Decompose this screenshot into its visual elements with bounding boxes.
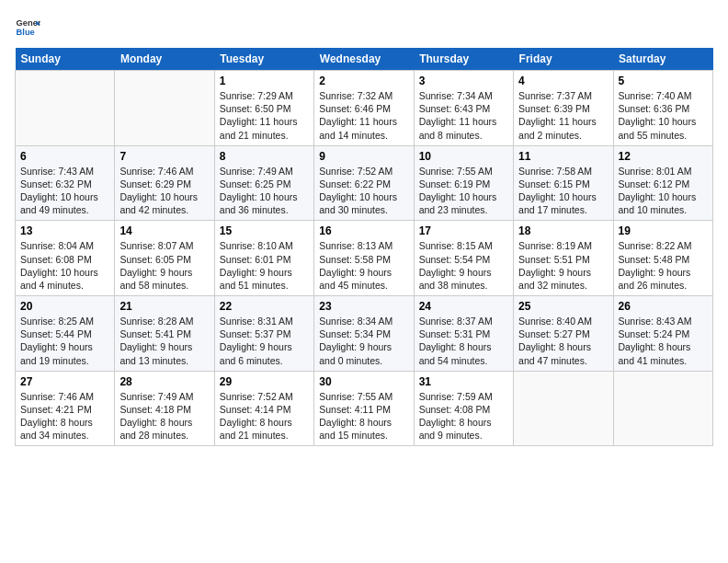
calendar-cell: 11Sunrise: 7:58 AM Sunset: 6:15 PM Dayli…	[514, 145, 613, 221]
calendar-cell: 30Sunrise: 7:55 AM Sunset: 4:11 PM Dayli…	[314, 371, 414, 446]
day-number: 14	[119, 224, 209, 237]
day-content: Sunrise: 7:34 AM Sunset: 6:43 PM Dayligh…	[419, 89, 508, 142]
day-number: 28	[119, 375, 209, 388]
day-number: 8	[220, 150, 309, 163]
day-content: Sunrise: 7:43 AM Sunset: 6:32 PM Dayligh…	[20, 165, 109, 217]
day-content: Sunrise: 8:40 AM Sunset: 5:27 PM Dayligh…	[518, 315, 608, 367]
day-number: 20	[20, 300, 109, 313]
day-number: 30	[319, 375, 408, 388]
day-content: Sunrise: 7:49 AM Sunset: 4:18 PM Dayligh…	[119, 390, 209, 442]
day-number: 10	[419, 150, 508, 163]
calendar-cell: 19Sunrise: 8:22 AM Sunset: 5:48 PM Dayli…	[613, 221, 712, 296]
weekday-header-sunday: Sunday	[16, 48, 115, 71]
day-content: Sunrise: 8:04 AM Sunset: 6:08 PM Dayligh…	[20, 239, 109, 292]
weekday-header-friday: Friday	[514, 48, 613, 71]
day-number: 23	[319, 300, 408, 313]
calendar-cell: 26Sunrise: 8:43 AM Sunset: 5:24 PM Dayli…	[613, 296, 712, 372]
calendar-week-4: 20Sunrise: 8:25 AM Sunset: 5:44 PM Dayli…	[16, 296, 713, 372]
day-content: Sunrise: 7:52 AM Sunset: 6:22 PM Dayligh…	[319, 165, 408, 217]
day-number: 4	[518, 75, 608, 87]
day-number: 21	[119, 300, 209, 313]
calendar-cell: 29Sunrise: 7:52 AM Sunset: 4:14 PM Dayli…	[214, 371, 313, 446]
calendar-cell: 3Sunrise: 7:34 AM Sunset: 6:43 PM Daylig…	[414, 71, 513, 146]
day-content: Sunrise: 7:59 AM Sunset: 4:08 PM Dayligh…	[419, 390, 508, 442]
calendar-cell: 17Sunrise: 8:15 AM Sunset: 5:54 PM Dayli…	[414, 221, 513, 296]
weekday-header-tuesday: Tuesday	[214, 48, 313, 71]
calendar-cell: 13Sunrise: 8:04 AM Sunset: 6:08 PM Dayli…	[16, 221, 115, 296]
day-content: Sunrise: 7:52 AM Sunset: 4:14 PM Dayligh…	[220, 390, 309, 442]
calendar-week-1: 1Sunrise: 7:29 AM Sunset: 6:50 PM Daylig…	[16, 71, 713, 146]
day-number: 1	[220, 75, 309, 87]
day-number: 6	[20, 150, 109, 163]
calendar-cell	[613, 371, 712, 446]
day-content: Sunrise: 8:01 AM Sunset: 6:12 PM Dayligh…	[619, 165, 708, 217]
weekday-header-thursday: Thursday	[414, 48, 513, 71]
day-number: 15	[220, 224, 309, 237]
calendar-cell	[115, 71, 214, 146]
day-number: 7	[119, 150, 209, 163]
calendar-cell	[16, 71, 115, 146]
calendar-cell: 16Sunrise: 8:13 AM Sunset: 5:58 PM Dayli…	[314, 221, 414, 296]
logo-icon: General Blue	[15, 15, 40, 40]
day-number: 27	[20, 375, 109, 388]
day-number: 26	[619, 300, 708, 313]
day-number: 31	[419, 375, 508, 388]
day-content: Sunrise: 8:28 AM Sunset: 5:41 PM Dayligh…	[119, 315, 209, 367]
calendar-cell: 21Sunrise: 8:28 AM Sunset: 5:41 PM Dayli…	[115, 296, 214, 372]
day-number: 2	[319, 75, 408, 87]
day-content: Sunrise: 7:58 AM Sunset: 6:15 PM Dayligh…	[518, 165, 608, 217]
calendar-cell: 6Sunrise: 7:43 AM Sunset: 6:32 PM Daylig…	[16, 145, 115, 221]
calendar-week-2: 6Sunrise: 7:43 AM Sunset: 6:32 PM Daylig…	[16, 145, 713, 221]
day-content: Sunrise: 8:43 AM Sunset: 5:24 PM Dayligh…	[619, 315, 708, 367]
calendar-cell: 10Sunrise: 7:55 AM Sunset: 6:19 PM Dayli…	[414, 145, 513, 221]
day-number: 16	[319, 224, 408, 237]
calendar-cell: 5Sunrise: 7:40 AM Sunset: 6:36 PM Daylig…	[613, 71, 712, 146]
calendar-table: SundayMondayTuesdayWednesdayThursdayFrid…	[15, 48, 713, 446]
page-header: General Blue	[15, 15, 713, 40]
calendar-cell: 22Sunrise: 8:31 AM Sunset: 5:37 PM Dayli…	[214, 296, 313, 372]
day-content: Sunrise: 7:46 AM Sunset: 4:21 PM Dayligh…	[20, 390, 109, 442]
day-content: Sunrise: 8:22 AM Sunset: 5:48 PM Dayligh…	[619, 239, 708, 292]
calendar-cell: 24Sunrise: 8:37 AM Sunset: 5:31 PM Dayli…	[414, 296, 513, 372]
day-number: 24	[419, 300, 508, 313]
day-number: 13	[20, 224, 109, 237]
day-content: Sunrise: 8:19 AM Sunset: 5:51 PM Dayligh…	[518, 239, 608, 292]
logo: General Blue	[15, 15, 40, 40]
calendar-week-5: 27Sunrise: 7:46 AM Sunset: 4:21 PM Dayli…	[16, 371, 713, 446]
day-number: 11	[518, 150, 608, 163]
day-number: 17	[419, 224, 508, 237]
day-number: 25	[518, 300, 608, 313]
day-number: 5	[619, 75, 708, 87]
day-content: Sunrise: 8:31 AM Sunset: 5:37 PM Dayligh…	[220, 315, 309, 367]
calendar-cell: 18Sunrise: 8:19 AM Sunset: 5:51 PM Dayli…	[514, 221, 613, 296]
day-number: 29	[220, 375, 309, 388]
weekday-header-wednesday: Wednesday	[314, 48, 414, 71]
day-content: Sunrise: 7:46 AM Sunset: 6:29 PM Dayligh…	[119, 165, 209, 217]
calendar-cell: 7Sunrise: 7:46 AM Sunset: 6:29 PM Daylig…	[115, 145, 214, 221]
day-content: Sunrise: 8:37 AM Sunset: 5:31 PM Dayligh…	[419, 315, 508, 367]
calendar-cell: 8Sunrise: 7:49 AM Sunset: 6:25 PM Daylig…	[214, 145, 313, 221]
day-content: Sunrise: 8:25 AM Sunset: 5:44 PM Dayligh…	[20, 315, 109, 367]
calendar-cell: 15Sunrise: 8:10 AM Sunset: 6:01 PM Dayli…	[214, 221, 313, 296]
calendar-cell: 12Sunrise: 8:01 AM Sunset: 6:12 PM Dayli…	[613, 145, 712, 221]
calendar-cell: 27Sunrise: 7:46 AM Sunset: 4:21 PM Dayli…	[16, 371, 115, 446]
calendar-cell: 20Sunrise: 8:25 AM Sunset: 5:44 PM Dayli…	[16, 296, 115, 372]
calendar-cell: 31Sunrise: 7:59 AM Sunset: 4:08 PM Dayli…	[414, 371, 513, 446]
calendar-week-3: 13Sunrise: 8:04 AM Sunset: 6:08 PM Dayli…	[16, 221, 713, 296]
day-content: Sunrise: 7:37 AM Sunset: 6:39 PM Dayligh…	[518, 89, 608, 142]
day-number: 9	[319, 150, 408, 163]
day-content: Sunrise: 8:13 AM Sunset: 5:58 PM Dayligh…	[319, 239, 408, 292]
day-content: Sunrise: 8:34 AM Sunset: 5:34 PM Dayligh…	[319, 315, 408, 367]
calendar-cell: 9Sunrise: 7:52 AM Sunset: 6:22 PM Daylig…	[314, 145, 414, 221]
day-content: Sunrise: 8:07 AM Sunset: 6:05 PM Dayligh…	[119, 239, 209, 292]
day-content: Sunrise: 7:40 AM Sunset: 6:36 PM Dayligh…	[619, 89, 708, 142]
weekday-header-monday: Monday	[115, 48, 214, 71]
day-number: 18	[518, 224, 608, 237]
calendar-cell: 1Sunrise: 7:29 AM Sunset: 6:50 PM Daylig…	[214, 71, 313, 146]
day-content: Sunrise: 7:49 AM Sunset: 6:25 PM Dayligh…	[220, 165, 309, 217]
day-content: Sunrise: 7:32 AM Sunset: 6:46 PM Dayligh…	[319, 89, 408, 142]
day-content: Sunrise: 8:15 AM Sunset: 5:54 PM Dayligh…	[419, 239, 508, 292]
day-content: Sunrise: 7:55 AM Sunset: 4:11 PM Dayligh…	[319, 390, 408, 442]
calendar-cell: 2Sunrise: 7:32 AM Sunset: 6:46 PM Daylig…	[314, 71, 414, 146]
day-number: 3	[419, 75, 508, 87]
